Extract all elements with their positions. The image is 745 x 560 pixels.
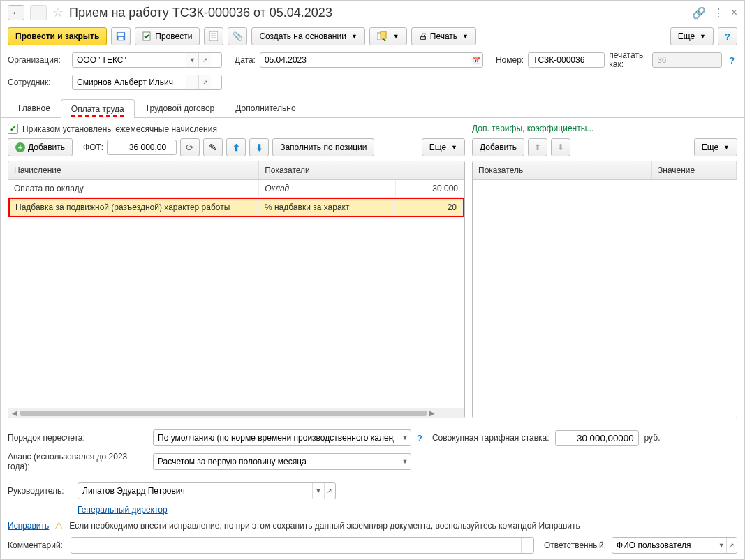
comment-label: Комментарий: [8, 540, 65, 550]
pencil-icon: ✎ [209, 142, 217, 153]
advance-label: Аванс (использовался до 2023 года): [8, 452, 147, 471]
nav-forward-button[interactable]: → [30, 5, 47, 20]
comment-input[interactable] [71, 539, 521, 552]
manager-input[interactable] [78, 485, 312, 497]
caret-down-icon: ▼ [393, 33, 399, 40]
tab-payment[interactable]: Оплата труда [61, 99, 135, 118]
favorite-star-icon[interactable]: ☆ [52, 5, 64, 20]
scroll-left-icon[interactable]: ◀ [10, 409, 20, 417]
table-more-button[interactable]: Еще▼ [422, 138, 465, 156]
submit-and-close-button[interactable]: Провести и закрыть [8, 27, 107, 45]
responsible-label: Ответственный: [544, 540, 606, 550]
employee-input[interactable] [73, 75, 186, 89]
svg-rect-9 [381, 31, 386, 38]
window-title: Прием на работу ТСЗК-000036 от 05.04.202… [69, 6, 686, 20]
table-row[interactable]: Надбавка за подвижной (разъездной) харак… [8, 198, 464, 217]
add-indicator-button[interactable]: Добавить [472, 138, 524, 156]
dropdown-icon[interactable]: ▼ [399, 430, 411, 445]
question-icon: ? [725, 31, 730, 42]
refresh-button[interactable]: ⟳ [180, 138, 200, 156]
submit-button[interactable]: Провести [135, 27, 200, 45]
svg-rect-1 [118, 33, 124, 36]
copy-document-button[interactable]: ▼ [369, 27, 407, 45]
indicator-more-button[interactable]: Еще▼ [694, 138, 737, 156]
tariffs-link[interactable]: Доп. тарифы, коэффициенты... [472, 124, 737, 138]
responsible-input[interactable] [612, 539, 716, 552]
fix-hint-text: Если необходимо внести исправление, но п… [69, 521, 580, 531]
caret-down-icon: ▼ [451, 144, 457, 151]
arrow-down-icon: ⬇ [557, 142, 564, 152]
add-row-button[interactable]: +Добавить [8, 138, 73, 156]
employee-label: Сотрудник: [8, 78, 68, 87]
dropdown-icon[interactable]: ▼ [399, 454, 411, 469]
scroll-right-icon[interactable]: ▶ [427, 409, 437, 417]
more-menu-icon[interactable]: ⋮ [713, 6, 724, 20]
nav-back-button[interactable]: ← [8, 5, 24, 20]
move-up-button[interactable]: ⬆ [226, 138, 246, 156]
paperclip-icon: 📎 [233, 31, 243, 41]
ellipsis-icon[interactable]: … [521, 538, 533, 553]
save-button[interactable] [111, 27, 131, 45]
field-help-icon[interactable]: ? [729, 55, 735, 66]
edit-row-button[interactable]: ✎ [203, 138, 223, 156]
fot-input[interactable] [108, 140, 170, 154]
arrow-down-icon: ⬇ [256, 142, 263, 153]
advance-select[interactable] [154, 455, 399, 468]
help-button[interactable]: ? [718, 27, 737, 45]
dropdown-icon[interactable]: ▼ [186, 53, 198, 67]
open-icon[interactable]: ↗ [198, 53, 211, 67]
warning-icon: ⚠ [54, 520, 64, 531]
link-icon[interactable]: 🔗 [692, 6, 706, 20]
horizontal-scrollbar[interactable]: ◀ ▶ [8, 408, 464, 418]
date-label: Дата: [235, 55, 256, 65]
accruals-table-header: Начисление Показатели [8, 161, 464, 180]
recalc-order-label: Порядок пересчета: [8, 433, 147, 443]
caret-down-icon: ▼ [462, 33, 469, 40]
cumulative-rate-input[interactable] [555, 430, 639, 446]
scrollbar-thumb[interactable] [20, 411, 427, 416]
dropdown-icon[interactable]: ▼ [716, 538, 726, 553]
caret-down-icon: ▼ [700, 33, 706, 40]
refresh-icon: ⟳ [186, 142, 194, 153]
manager-label: Руководитель: [8, 486, 72, 496]
move-up-disabled-button: ⬆ [528, 138, 547, 156]
calendar-icon[interactable]: 📅 [471, 53, 482, 67]
more-button[interactable]: Еще▼ [670, 27, 714, 45]
org-input[interactable] [73, 53, 186, 67]
print-as-label: печатать как: [609, 51, 648, 69]
dropdown-icon[interactable]: ▼ [312, 483, 323, 499]
move-down-button[interactable]: ⬇ [249, 138, 269, 156]
tab-main[interactable]: Главное [8, 98, 61, 117]
open-icon[interactable]: ↗ [726, 538, 737, 553]
fill-by-position-button[interactable]: Заполнить по позиции [272, 138, 374, 156]
manager-position-link[interactable]: Генеральный директор [78, 505, 168, 515]
open-icon[interactable]: ↗ [198, 75, 211, 89]
print-as-input [653, 53, 722, 67]
printer-icon: 🖨 [419, 31, 427, 41]
tab-contract[interactable]: Трудовой договор [135, 98, 225, 117]
tab-additional[interactable]: Дополнительно [225, 98, 306, 117]
date-input[interactable] [260, 53, 471, 67]
caret-down-icon: ▼ [723, 144, 730, 151]
fot-label: ФОТ: [83, 142, 103, 152]
document-icon [209, 31, 218, 41]
close-window-icon[interactable]: × [731, 6, 737, 19]
create-based-on-button[interactable]: Создать на основании▼ [251, 27, 364, 45]
print-button[interactable]: 🖨 Печать▼ [411, 27, 476, 45]
org-label: Организация: [8, 55, 68, 65]
fix-link[interactable]: Исправить [8, 521, 49, 531]
recalc-order-select[interactable] [154, 432, 399, 444]
ellipsis-icon[interactable]: … [186, 75, 198, 89]
open-icon[interactable]: ↗ [324, 483, 335, 499]
number-input[interactable] [529, 53, 605, 67]
floppy-disk-icon [116, 31, 126, 41]
copy-to-icon [377, 31, 388, 41]
attachment-button[interactable]: 📎 [228, 27, 247, 45]
table-row[interactable]: Оплата по окладу Оклад 30 000 [8, 180, 464, 198]
arrow-up-icon: ⬆ [233, 142, 240, 153]
monthly-accrual-checkbox[interactable]: ✓ [8, 124, 18, 134]
caret-down-icon: ▼ [351, 33, 357, 40]
document-button[interactable] [204, 27, 223, 45]
number-label: Номер: [496, 55, 524, 65]
field-help-icon[interactable]: ? [417, 433, 422, 443]
